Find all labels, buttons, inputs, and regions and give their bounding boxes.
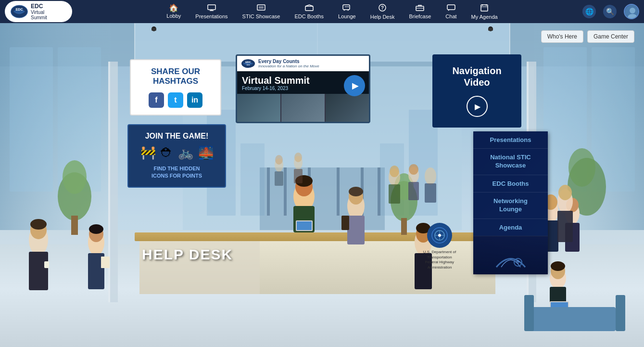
svg-rect-63: [401, 218, 407, 235]
svg-text:?: ?: [381, 5, 384, 11]
user-avatar[interactable]: [624, 4, 639, 19]
nav-menu-booths[interactable]: EDC Booths: [473, 175, 548, 193]
svg-rect-54: [378, 167, 380, 216]
svg-point-108: [390, 166, 399, 177]
briefcase-icon: [416, 4, 424, 13]
chat-icon: [447, 4, 455, 13]
presentations-icon: [207, 4, 216, 13]
svg-point-11: [348, 6, 349, 7]
cone-icon: 🚧: [140, 145, 156, 160]
navbar: EDC EDC Virtual Summit 🏠 Lobby Presentat…: [0, 0, 644, 23]
video-date: February 14-16, 2023: [242, 86, 340, 91]
dot-logo: [427, 223, 452, 248]
fhwa-text: U.S. Department of Transportation Federa…: [423, 250, 456, 270]
video-header: EDC ●●● Every Day Counts Innovation for …: [237, 56, 369, 71]
svg-point-85: [89, 224, 103, 234]
globe-button[interactable]: 🌐: [582, 5, 596, 18]
lounge-icon: [342, 4, 351, 13]
svg-rect-118: [294, 169, 303, 183]
nav-lounge[interactable]: Lounge: [338, 4, 356, 19]
home-icon: 🏠: [169, 4, 178, 12]
help-icon: ?: [379, 4, 386, 13]
nav-help-desk[interactable]: ? Help Desk: [370, 4, 395, 20]
svg-rect-50: [284, 167, 287, 216]
helmet-icon: ⛑: [161, 145, 173, 160]
svg-point-116: [275, 155, 283, 165]
agenda-icon: [480, 4, 488, 13]
svg-rect-127: [557, 211, 573, 242]
svg-rect-113: [425, 183, 436, 203]
svg-rect-73: [347, 216, 365, 244]
svg-rect-103: [529, 307, 616, 331]
svg-rect-17: [481, 5, 488, 11]
stic-icon: [257, 4, 265, 13]
facebook-icon[interactable]: f: [149, 92, 164, 108]
whos-here-button[interactable]: Who's Here: [541, 30, 583, 43]
svg-rect-31: [10, 47, 53, 192]
video-play-button[interactable]: ▶: [344, 75, 365, 96]
video-screen[interactable]: EDC ●●● Every Day Counts Innovation for …: [236, 54, 370, 123]
hashtags-title: SHARE OURHASHTAGS: [138, 67, 214, 87]
social-icons: f t in: [138, 92, 214, 108]
game-subtitle: FIND THE HIDDENICONS FOR POINTS: [133, 165, 220, 180]
nav-menu-agenda[interactable]: Agenda: [473, 219, 548, 236]
svg-point-128: [558, 185, 572, 200]
svg-rect-130: [152, 28, 156, 31]
help-desk-logo-area: U.S. Department of Transportation Federa…: [423, 223, 456, 270]
linkedin-icon[interactable]: in: [187, 92, 202, 108]
bike-icon: 🚲: [178, 145, 193, 160]
nav-chat[interactable]: Chat: [445, 4, 456, 19]
nav-menu-presentations[interactable]: Presentations: [473, 131, 548, 149]
thumb-2: [281, 94, 325, 122]
video-title-area: Virtual Summit February 14-16, 2023 ▶: [237, 71, 369, 94]
nav-menu-ribbon: Presentations National STICShowcase EDC …: [473, 131, 548, 274]
nav-briefcase[interactable]: Briefcase: [409, 4, 431, 19]
nav-presentations[interactable]: Presentations: [195, 4, 227, 19]
road-icon: [492, 241, 530, 270]
nav-menu-networking[interactable]: NetworkingLounge: [473, 193, 548, 219]
logo[interactable]: EDC EDC Virtual Summit: [5, 1, 72, 22]
booths-icon: [305, 4, 314, 13]
nav-lobby[interactable]: 🏠 Lobby: [166, 4, 181, 19]
svg-rect-8: [343, 5, 350, 10]
svg-rect-86: [101, 257, 110, 268]
twitter-icon[interactable]: t: [168, 92, 183, 108]
svg-point-59: [63, 160, 87, 194]
svg-rect-78: [29, 252, 48, 290]
svg-point-139: [438, 234, 441, 237]
game-panel[interactable]: JOIN THE GAME! 🚧 ⛑ 🚲 🌉 FIND THE HIDDENIC…: [127, 124, 226, 188]
hashtags-panel: SHARE OURHASHTAGS f t in: [130, 59, 221, 116]
svg-point-111: [409, 164, 418, 175]
nav-video-play-button[interactable]: ▶: [467, 96, 488, 117]
svg-text:●●●: ●●●: [246, 64, 250, 66]
svg-rect-115: [275, 171, 283, 186]
thumb-3: [326, 94, 369, 122]
nav-stic-showcase[interactable]: STIC Showcase: [242, 4, 280, 19]
video-thumbnails: [237, 94, 369, 122]
svg-point-9: [345, 6, 346, 7]
nav-menu-stic[interactable]: National STICShowcase: [473, 149, 548, 175]
nav-video-title: NavigationVideo: [440, 65, 514, 88]
svg-rect-107: [389, 184, 400, 204]
nav-edc-booths[interactable]: EDC Booths: [294, 4, 324, 19]
svg-point-22: [630, 8, 635, 13]
video-main-title: Virtual Summit: [242, 75, 340, 86]
bridge-icon: 🌉: [198, 145, 214, 160]
svg-rect-16: [447, 5, 455, 10]
help-desk-label: HELP DESK: [142, 246, 233, 263]
nav-menu-bottom-deco: [473, 236, 548, 274]
svg-point-65: [568, 148, 595, 187]
svg-text:EDC: EDC: [15, 7, 23, 12]
svg-point-100: [551, 261, 565, 271]
game-icons: 🚧 ⛑ 🚲 🌉: [133, 145, 220, 160]
dot-seal: [431, 227, 448, 244]
nav-video-panel[interactable]: NavigationVideo ▶: [432, 54, 521, 128]
search-button[interactable]: 🔍: [603, 5, 617, 18]
top-buttons: Who's Here Game Center: [541, 30, 634, 43]
nav-my-agenda[interactable]: My Agenda: [471, 4, 498, 20]
edc-header-logo: EDC ●●●: [241, 58, 255, 69]
svg-rect-105: [616, 295, 625, 331]
svg-rect-104: [524, 295, 534, 331]
game-center-button[interactable]: Game Center: [587, 30, 634, 43]
svg-point-75: [349, 187, 363, 196]
